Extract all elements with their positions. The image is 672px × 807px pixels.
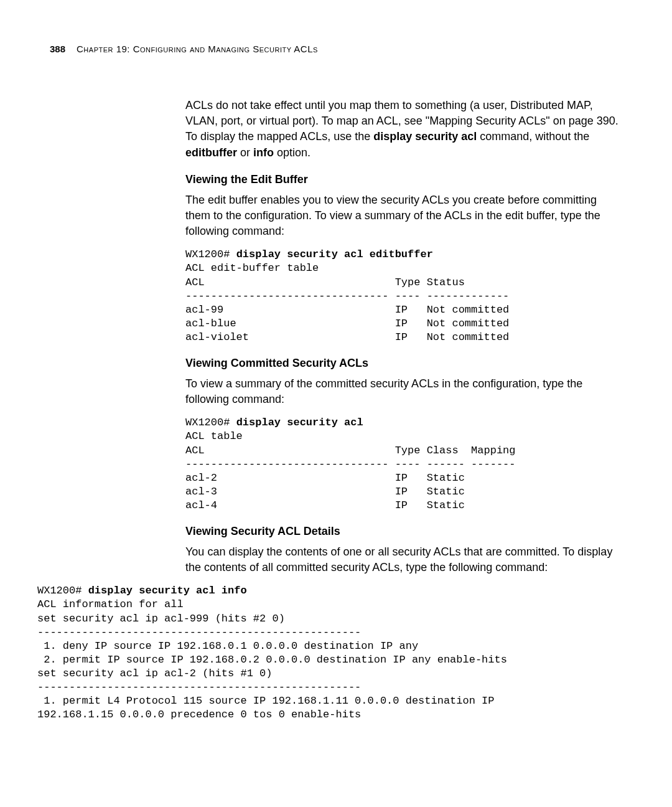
sec2-code-block: WX1200# display security acl ACL table A… bbox=[185, 416, 622, 512]
cli-prompt: WX1200# bbox=[37, 585, 88, 597]
cli-output: ACL table ACL Type Class Mapping -------… bbox=[185, 430, 516, 511]
text-run: command, without the bbox=[477, 130, 589, 143]
main-content: ACLs do not take effect until you map th… bbox=[185, 98, 622, 575]
heading-viewing-committed: Viewing Committed Security ACLs bbox=[185, 357, 622, 370]
wide-code-block: WX1200# display security acl info ACL in… bbox=[37, 584, 622, 722]
bold-command: display security acl bbox=[373, 130, 477, 143]
text-run: option. bbox=[274, 146, 310, 159]
cli-output: ACL edit-buffer table ACL Type Status --… bbox=[185, 262, 509, 342]
sec3-paragraph: You can display the contents of one or a… bbox=[185, 544, 622, 575]
bold-option: editbuffer bbox=[185, 146, 237, 159]
sec3-code-block: WX1200# display security acl info ACL in… bbox=[37, 584, 622, 722]
bold-option: info bbox=[253, 146, 274, 159]
cli-prompt: WX1200# bbox=[185, 248, 236, 260]
cli-command: display security acl editbuffer bbox=[236, 248, 433, 260]
text-run: or bbox=[237, 146, 253, 159]
cli-command: display security acl info bbox=[88, 585, 247, 597]
sec1-paragraph: The edit buffer enables you to view the … bbox=[185, 192, 622, 240]
heading-viewing-edit-buffer: Viewing the Edit Buffer bbox=[185, 173, 622, 186]
cli-prompt: WX1200# bbox=[185, 417, 236, 428]
sec1-code-block: WX1200# display security acl editbuffer … bbox=[185, 248, 622, 344]
intro-paragraph: ACLs do not take effect until you map th… bbox=[185, 98, 622, 161]
cli-output: ACL information for all set security acl… bbox=[37, 598, 507, 720]
heading-viewing-details: Viewing Security ACL Details bbox=[185, 525, 622, 538]
chapter-title: Chapter 19: Configuring and Managing Sec… bbox=[77, 44, 318, 54]
running-header: 388 Chapter 19: Configuring and Managing… bbox=[50, 44, 622, 54]
page-number: 388 bbox=[50, 44, 65, 54]
cli-command: display security acl bbox=[236, 417, 363, 428]
sec2-paragraph: To view a summary of the committed secur… bbox=[185, 376, 622, 407]
